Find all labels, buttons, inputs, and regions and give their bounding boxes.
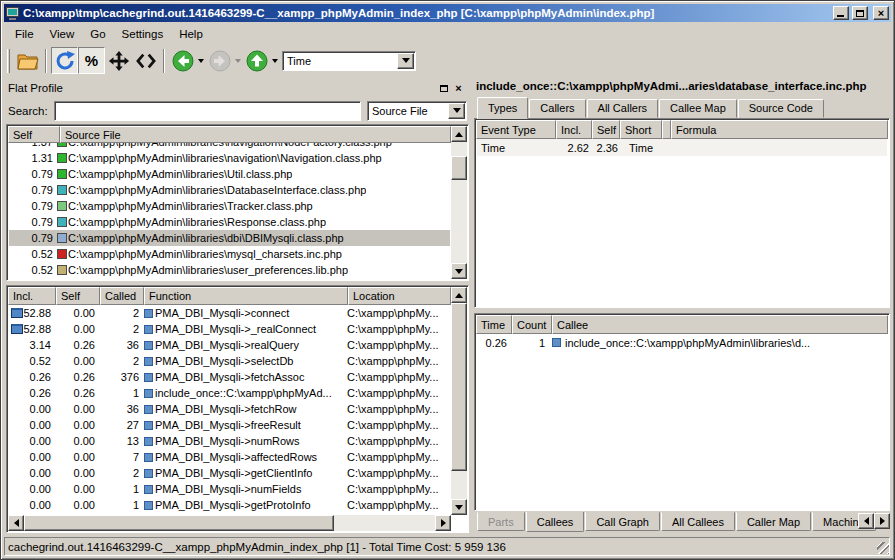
back-button[interactable] bbox=[169, 47, 196, 74]
list-item[interactable]: 0.52 C:\xampp\phpMyAdmin\libraries\mysql… bbox=[9, 246, 450, 262]
menu-item[interactable]: View bbox=[42, 25, 83, 43]
tab[interactable]: Callees bbox=[526, 512, 585, 532]
column-header-incl[interactable]: Incl. bbox=[8, 287, 56, 305]
table-row[interactable]: 52.88 0.00 2 PMA_DBI_Mysqli->connect C:\… bbox=[9, 305, 450, 321]
dock-header[interactable]: Flat Profile × bbox=[5, 79, 469, 97]
menu-item[interactable]: Go bbox=[82, 25, 113, 43]
vertical-scrollbar[interactable] bbox=[451, 126, 467, 279]
table-row[interactable]: 0.00 0.00 27 PMA_DBI_Mysqli->freeResult … bbox=[9, 417, 450, 433]
event-type-select[interactable]: Time bbox=[282, 51, 416, 71]
tab[interactable]: Parts bbox=[477, 512, 525, 531]
column-header-short[interactable]: Short bbox=[620, 120, 662, 139]
tab[interactable]: All Callers bbox=[587, 99, 659, 118]
table-row[interactable]: 0.26 1 include_once::C:\xampp\phpMyAdmin… bbox=[477, 334, 887, 351]
list-item[interactable]: 0.52 C:\xampp\phpMyAdmin\libraries\user_… bbox=[9, 262, 450, 278]
tab[interactable]: Callee Map bbox=[659, 99, 737, 118]
table-row[interactable]: Time 2.62 2.36 Time bbox=[477, 139, 887, 156]
table-row[interactable]: 0.26 0.26 1 include_once::C:\xampp\phpMy… bbox=[9, 385, 450, 401]
maximize-button[interactable] bbox=[852, 6, 868, 20]
scrollbar-thumb[interactable] bbox=[451, 156, 467, 180]
up-button[interactable] bbox=[243, 47, 270, 74]
scroll-left-button[interactable] bbox=[8, 515, 24, 531]
relative-cost-button[interactable] bbox=[132, 47, 159, 74]
column-header-incl[interactable]: Incl. bbox=[556, 120, 592, 139]
close-button[interactable]: × bbox=[873, 6, 889, 20]
close-dock-button[interactable]: × bbox=[451, 81, 466, 95]
back-dropdown-arrow[interactable] bbox=[196, 47, 206, 74]
tab-scroll-right-button[interactable] bbox=[874, 513, 890, 529]
source-file-path: C:\xampp\phpMyAdmin\libraries\Tracker.cl… bbox=[68, 200, 313, 212]
column-header-self[interactable]: Self bbox=[56, 287, 100, 305]
list-item[interactable]: 0.79 C:\xampp\phpMyAdmin\libraries\Util.… bbox=[9, 166, 450, 182]
forward-button[interactable] bbox=[206, 47, 233, 74]
title-bar[interactable]: C:\xampp\tmp\cachegrind.out.1416463299-C… bbox=[4, 4, 891, 22]
column-header-count[interactable]: Count bbox=[512, 315, 552, 334]
minimize-button[interactable] bbox=[833, 6, 849, 20]
vertical-scrollbar[interactable] bbox=[451, 287, 467, 515]
column-header-function[interactable]: Function bbox=[144, 287, 348, 305]
table-row[interactable]: 0.00 0.00 7 PMA_DBI_Mysqli->affectedRows… bbox=[9, 449, 450, 465]
table-row[interactable]: 3.14 0.26 36 PMA_DBI_Mysqli->realQuery C… bbox=[9, 337, 450, 353]
tab[interactable]: Call Graph bbox=[585, 512, 660, 531]
tab[interactable]: All Callees bbox=[661, 512, 735, 531]
column-header-self[interactable]: Self bbox=[8, 126, 60, 143]
percent-toggle-button[interactable]: % bbox=[78, 47, 105, 74]
column-header-callee[interactable]: Callee bbox=[552, 315, 888, 334]
menu-item[interactable]: File bbox=[7, 25, 42, 43]
scroll-up-button[interactable] bbox=[451, 126, 467, 142]
column-header-time[interactable]: Time bbox=[476, 315, 512, 334]
table-row[interactable]: 0.00 0.00 1 PMA_DBI_Mysqli->getProtoInfo… bbox=[9, 497, 450, 513]
table-row[interactable]: 0.52 0.00 2 PMA_DBI_Mysqli->selectDb C:\… bbox=[9, 353, 450, 369]
column-header-event-type[interactable]: Event Type bbox=[476, 120, 556, 139]
up-arrow-icon bbox=[246, 50, 268, 72]
menu-item[interactable]: Settings bbox=[114, 25, 172, 43]
horizontal-scrollbar[interactable] bbox=[8, 515, 451, 531]
tab[interactable]: Caller Map bbox=[736, 512, 811, 531]
incl-cost-cell: 0.00 bbox=[9, 451, 55, 463]
list-item[interactable]: 0.79 C:\xampp\phpMyAdmin\libraries\dbi\D… bbox=[9, 230, 450, 246]
scrollbar-thumb[interactable] bbox=[24, 515, 334, 531]
self-cost-cell: 0.00 bbox=[55, 467, 99, 479]
table-row[interactable]: 0.00 0.00 2 PMA_DBI_Mysqli->getClientInf… bbox=[9, 465, 450, 481]
tab-scroll-left-button[interactable] bbox=[858, 513, 874, 529]
scroll-down-button[interactable] bbox=[451, 499, 467, 515]
scrollbar-track[interactable] bbox=[451, 303, 467, 499]
column-header-called[interactable]: Called bbox=[100, 287, 144, 305]
resize-grip[interactable] bbox=[877, 542, 889, 554]
list-item[interactable]: 1.37 C:\xampp\phpMyAdmin\libraries\navig… bbox=[9, 143, 450, 150]
tab[interactable]: Source Code bbox=[738, 99, 824, 118]
cycle-grouping-button[interactable] bbox=[51, 47, 78, 74]
table-row[interactable]: 0.00 0.00 1 PMA_DBI_Mysqli->numFields C:… bbox=[9, 481, 450, 497]
tab[interactable]: Types bbox=[477, 97, 528, 119]
table-row[interactable]: 0.00 0.00 36 PMA_DBI_Mysqli->fetchRow C:… bbox=[9, 401, 450, 417]
up-dropdown-arrow[interactable] bbox=[270, 47, 280, 74]
dropdown-button[interactable] bbox=[448, 103, 465, 119]
tab[interactable]: Callers bbox=[529, 99, 585, 118]
expand-areas-button[interactable] bbox=[105, 47, 132, 74]
table-row[interactable]: 0.26 0.26 376 PMA_DBI_Mysqli->fetchAssoc… bbox=[9, 369, 450, 385]
open-file-button[interactable] bbox=[14, 47, 41, 74]
column-header-location[interactable]: Location bbox=[348, 287, 451, 305]
toolbar-handle[interactable] bbox=[7, 49, 10, 73]
menu-item[interactable]: Help bbox=[171, 25, 211, 43]
scrollbar-track[interactable] bbox=[24, 515, 435, 531]
list-item[interactable]: 0.79 C:\xampp\phpMyAdmin\libraries\Respo… bbox=[9, 214, 450, 230]
column-header-self[interactable]: Self bbox=[592, 120, 620, 139]
list-item[interactable]: 1.31 C:\xampp\phpMyAdmin\libraries\navig… bbox=[9, 150, 450, 166]
list-item[interactable]: 0.79 C:\xampp\phpMyAdmin\libraries\Datab… bbox=[9, 182, 450, 198]
dropdown-button[interactable] bbox=[397, 53, 414, 69]
group-by-select[interactable]: Source File bbox=[367, 101, 467, 121]
forward-dropdown-arrow[interactable] bbox=[233, 47, 243, 74]
column-header-formula[interactable]: Formula bbox=[671, 120, 888, 139]
table-row[interactable]: 52.88 0.00 2 PMA_DBI_Mysqli->_realConnec… bbox=[9, 321, 450, 337]
scroll-right-button[interactable] bbox=[435, 515, 451, 531]
search-input[interactable] bbox=[54, 101, 361, 121]
scroll-down-button[interactable] bbox=[451, 263, 467, 279]
column-header-source-file[interactable]: Source File bbox=[60, 126, 451, 143]
scroll-up-button[interactable] bbox=[451, 287, 467, 303]
table-row[interactable]: 0.00 0.00 13 PMA_DBI_Mysqli->numRows C:\… bbox=[9, 433, 450, 449]
scrollbar-track[interactable] bbox=[451, 142, 467, 263]
list-item[interactable]: 0.79 C:\xampp\phpMyAdmin\libraries\Track… bbox=[9, 198, 450, 214]
float-dock-button[interactable] bbox=[436, 81, 451, 95]
scrollbar-thumb[interactable] bbox=[451, 303, 467, 471]
